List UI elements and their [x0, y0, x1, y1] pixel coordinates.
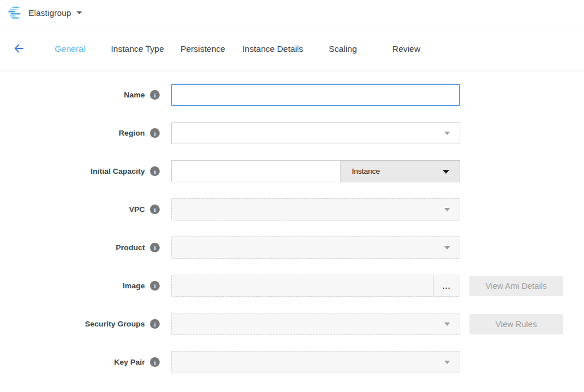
info-icon[interactable]: i [150, 205, 160, 214]
chevron-down-icon [444, 208, 450, 211]
initial-capacity-row: Initial Capacity i Instance [0, 160, 584, 182]
security-groups-label: Security Groups [85, 320, 145, 328]
tab-instance-type[interactable]: Instance Type [111, 44, 164, 54]
info-icon[interactable]: i [150, 281, 160, 291]
key-pair-label: Key Pair [114, 358, 145, 366]
back-button[interactable] [11, 41, 26, 56]
vpc-label-group: VPC i [0, 205, 171, 214]
chevron-down-icon [444, 246, 450, 250]
region-select[interactable] [171, 122, 460, 144]
capacity-unit-value: Instance [352, 167, 380, 175]
info-icon[interactable]: i [150, 243, 160, 252]
tab-general[interactable]: General [55, 44, 85, 54]
initial-capacity-label: Initial Capacity [91, 167, 145, 175]
top-bar: Elastigroup [0, 0, 584, 26]
security-groups-select [171, 313, 460, 335]
wizard-tab-bar: General Instance Type Persistence Instan… [0, 26, 584, 71]
region-row: Region i [0, 122, 584, 144]
general-settings-form: Name i Region i Initial Capacity i [0, 71, 584, 373]
chevron-down-icon [444, 322, 450, 326]
tab-scaling[interactable]: Scaling [329, 44, 357, 54]
name-input[interactable] [171, 84, 460, 106]
app-title[interactable]: Elastigroup [29, 9, 71, 18]
image-label: Image [123, 281, 145, 290]
info-icon[interactable]: i [150, 90, 160, 100]
info-icon[interactable]: i [150, 319, 160, 329]
chevron-down-icon [444, 361, 450, 364]
chevron-down-icon [443, 170, 449, 174]
image-row: Image i ... View Ami Details [0, 275, 584, 297]
image-label-group: Image i [0, 281, 171, 291]
initial-capacity-input[interactable] [171, 160, 340, 182]
info-icon[interactable]: i [150, 357, 160, 367]
tab-instance-details[interactable]: Instance Details [242, 44, 303, 54]
name-label: Name [124, 91, 145, 99]
view-rules-button[interactable]: View Rules [469, 314, 563, 334]
region-label-group: Region i [0, 128, 171, 138]
key-pair-select [171, 351, 460, 373]
tab-review[interactable]: Review [392, 44, 420, 54]
security-groups-label-group: Security Groups i [0, 319, 171, 329]
capacity-unit-select[interactable]: Instance [340, 160, 460, 182]
view-ami-details-button[interactable]: View Ami Details [469, 276, 563, 296]
info-icon[interactable]: i [150, 166, 160, 176]
product-label-group: Product i [0, 243, 171, 252]
key-pair-label-group: Key Pair i [0, 357, 171, 367]
vpc-row: VPC i [0, 198, 584, 220]
product-select [171, 236, 460, 259]
product-label: Product [116, 243, 145, 252]
image-browse-button[interactable]: ... [433, 275, 460, 296]
name-row: Name i [0, 84, 584, 106]
name-label-group: Name i [0, 90, 171, 100]
initial-capacity-label-group: Initial Capacity i [0, 166, 171, 176]
back-arrow-icon [13, 42, 25, 55]
chevron-down-icon[interactable] [76, 11, 82, 14]
key-pair-row: Key Pair i [0, 351, 584, 373]
product-row: Product i [0, 236, 584, 259]
image-input: ... [171, 275, 460, 297]
elastigroup-logo-icon [8, 6, 23, 21]
info-icon[interactable]: i [150, 128, 160, 138]
chevron-down-icon [444, 132, 450, 135]
vpc-label: VPC [129, 205, 145, 214]
region-label: Region [119, 129, 145, 137]
vpc-select [171, 198, 460, 220]
security-groups-row: Security Groups i View Rules [0, 313, 584, 335]
tab-persistence[interactable]: Persistence [181, 44, 225, 54]
